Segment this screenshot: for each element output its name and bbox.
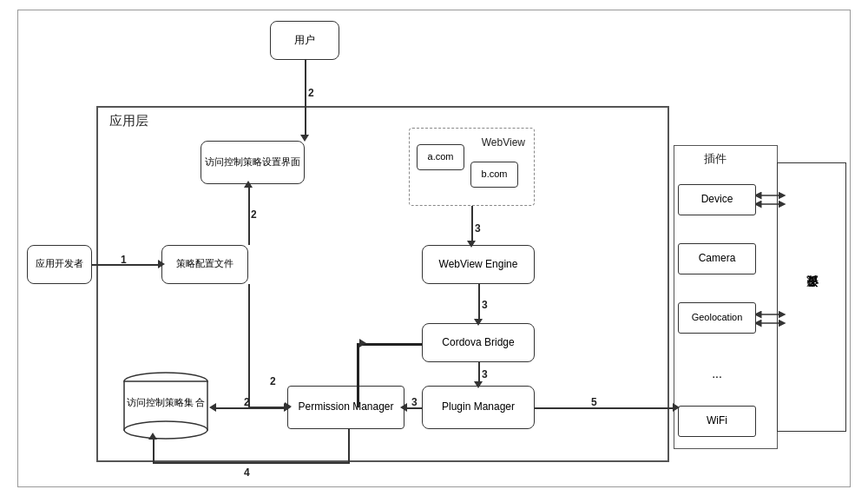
wve-to-cb-arrow [474, 319, 483, 326]
webview-engine-label: WebView Engine [439, 257, 518, 272]
arrow4-arrow-up [148, 433, 157, 440]
app-layer-label: 应用层 [109, 113, 148, 129]
num2-pm-acs: 2 [244, 396, 250, 408]
pluginmgr-to-plugins-line [535, 407, 676, 409]
num2-label-3: 2 [270, 375, 276, 387]
pm-to-acs-line [216, 407, 287, 409]
cordova-bridge-label: Cordova Bridge [442, 335, 514, 350]
policy-to-acui-line [248, 184, 250, 245]
camera-plugin-box: Camera [678, 243, 756, 274]
device-resources-box: 设备资源 [777, 162, 846, 432]
cb-to-pluginmgr-arrow [474, 381, 483, 388]
num3-label-pm: 3 [411, 396, 418, 408]
num2-label-2: 2 [251, 208, 257, 221]
wifi-label: WiFi [707, 413, 727, 428]
webview-engine-box: WebView Engine [422, 245, 535, 284]
geolocation-label: Geolocation [692, 311, 743, 324]
access-control-set-cylinder: 访问控制策略集 合 [122, 371, 209, 440]
a-com-box: a.com [417, 144, 464, 170]
arrow4-horiz [153, 462, 348, 464]
a-com-label: a.com [428, 150, 454, 163]
appdev-to-policy-arrow [158, 260, 165, 268]
geo-double-arrow [756, 308, 786, 330]
dots-plugin-box: ... [678, 361, 756, 387]
webview-container: WebView a.com b.com [409, 128, 535, 206]
num4-label: 4 [244, 466, 250, 479]
svg-point-2 [124, 421, 207, 439]
device-double-arrow [756, 188, 786, 211]
geolocation-plugin-box: Geolocation [678, 302, 756, 334]
wifi-plugin-box: WiFi [678, 406, 756, 437]
access-control-ui-box: 访问控制策略设置界面 [201, 141, 305, 184]
device-label: Device [701, 192, 733, 207]
pm-to-acs-arrow-left [209, 403, 216, 412]
user-to-acui-arrow [300, 135, 309, 142]
num1-label: 1 [121, 254, 127, 266]
plugin-manager-box: Plugin Manager [422, 386, 535, 429]
dots-label: ... [712, 366, 722, 383]
num5-label: 5 [591, 396, 597, 408]
permission-manager-label: Permission Manager [298, 400, 393, 414]
policy-to-acui-arrow [244, 181, 253, 188]
appdev-to-policy-line [92, 264, 161, 266]
camera-label: Camera [699, 251, 736, 266]
num3-label-1: 3 [475, 222, 481, 235]
policy-config-label: 策略配置文件 [176, 257, 233, 270]
wve-to-cb-line [478, 284, 480, 321]
num3-label-3: 3 [482, 368, 488, 380]
wv-to-wve-arrow [467, 241, 476, 248]
cb-to-pm-vert [357, 343, 359, 407]
app-dev-label: 应用开发者 [36, 257, 83, 270]
b-com-label: b.com [482, 168, 508, 181]
b-com-box: b.com [470, 162, 518, 188]
cb-to-pm-line [357, 343, 422, 346]
wv-to-wve-line [471, 206, 473, 242]
policy-config-box: 策略配置文件 [161, 245, 248, 284]
arrow4-up [153, 436, 155, 462]
access-control-set-label: 访问控制策略集 合 [122, 397, 209, 409]
pluginmgr-to-plugins-arrow [673, 403, 680, 412]
app-dev-box: 应用开发者 [27, 245, 92, 284]
num3-label-2: 3 [482, 299, 488, 311]
device-plugin-box: Device [678, 184, 756, 215]
cb-to-pm-arrow [359, 339, 366, 347]
pluginmgr-to-pm-arrow [400, 403, 407, 412]
architecture-diagram: 应用层 插件 设备资源 用户 应用开发者 访问控制策略设置界面 策略配置文件 W… [17, 10, 851, 487]
plugin-manager-label: Plugin Manager [442, 400, 515, 414]
pm-to-acs-arrow-right [284, 403, 291, 412]
permission-manager-box: Permission Manager [287, 386, 404, 429]
webview-label: WebView [482, 136, 525, 150]
cb-to-pluginmgr-line [478, 362, 480, 383]
user-to-acui-line [305, 60, 306, 136]
user-box: 用户 [270, 21, 339, 60]
num2-label-1: 2 [308, 87, 314, 99]
access-control-ui-label: 访问控制策略设置界面 [205, 155, 300, 169]
user-label: 用户 [294, 33, 315, 48]
plugins-label: 插件 [704, 151, 727, 167]
cordova-bridge-box: Cordova Bridge [422, 323, 535, 362]
arrow4-down [348, 429, 350, 464]
policy-to-pm-line-v [248, 284, 250, 407]
